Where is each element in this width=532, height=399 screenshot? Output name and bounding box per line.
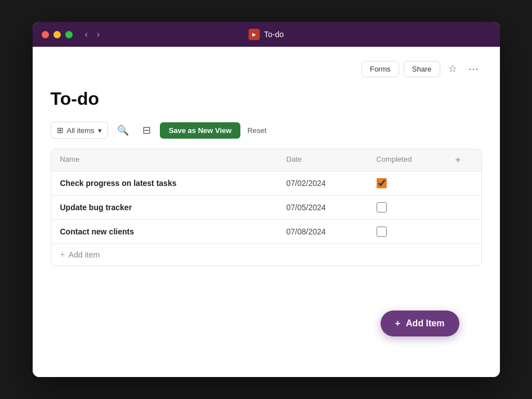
search-icon: 🔍: [117, 125, 129, 136]
titlebar-center: ▶ To-do: [248, 29, 284, 40]
page-title: To-do: [51, 88, 482, 109]
star-icon: ☆: [448, 63, 457, 74]
traffic-lights: [42, 31, 73, 38]
app-window: ‹ › ▶ To-do Forms Share ☆ ⋯ To-do: [33, 22, 500, 377]
main-area: To-do ⊞ All items ▾ 🔍 ⊟ Save as New View…: [51, 88, 482, 359]
fab-label: Add Item: [406, 318, 444, 329]
table-header: Name Date Completed +: [51, 149, 481, 171]
all-items-filter[interactable]: ⊞ All items ▾: [51, 122, 108, 139]
filter-bar: ⊞ All items ▾ 🔍 ⊟ Save as New View Reset: [51, 121, 482, 140]
forms-button[interactable]: Forms: [361, 61, 399, 77]
window-title: To-do: [264, 30, 284, 39]
star-button[interactable]: ☆: [445, 60, 461, 77]
table-row: Update bug tracker 07/05/2024: [51, 196, 481, 220]
add-column-button[interactable]: +: [455, 155, 461, 165]
folder-icon: ⊞: [57, 126, 64, 135]
row-checkbox-2[interactable]: [377, 202, 387, 212]
row-checkbox-1[interactable]: [377, 178, 387, 188]
col-header-date: Date: [287, 155, 377, 165]
forward-button[interactable]: ›: [93, 28, 103, 41]
row-name-3: Contact new clients: [60, 227, 287, 236]
back-button[interactable]: ‹: [82, 28, 91, 41]
close-button[interactable]: [42, 31, 49, 38]
nav-arrows: ‹ ›: [82, 28, 104, 41]
row-name-2: Update bug tracker: [60, 203, 287, 212]
table-row: Contact new clients 07/08/2024: [51, 220, 481, 244]
fab-plus-icon: +: [395, 318, 400, 329]
row-checkbox-3[interactable]: [377, 227, 387, 237]
chevron-down-icon: ▾: [98, 126, 102, 135]
all-items-label: All items: [67, 126, 95, 135]
top-toolbar: Forms Share ☆ ⋯: [51, 60, 482, 77]
minimize-button[interactable]: [53, 31, 61, 38]
titlebar: ‹ › ▶ To-do: [33, 22, 500, 47]
row-date-1: 07/02/2024: [287, 179, 377, 188]
row-name-1: Check progress on latest tasks: [60, 179, 287, 188]
filter-sliders-button[interactable]: ⊟: [138, 121, 155, 140]
table-row: Check progress on latest tasks 07/02/202…: [51, 171, 481, 196]
share-button[interactable]: Share: [404, 61, 440, 77]
more-icon: ⋯: [468, 63, 479, 74]
add-item-fab[interactable]: + Add Item: [381, 311, 459, 336]
add-item-plus-icon: +: [60, 250, 65, 260]
col-header-add: +: [444, 155, 472, 165]
content-area: Forms Share ☆ ⋯ To-do ⊞ All items ▾ 🔍: [33, 47, 500, 377]
row-date-3: 07/08/2024: [287, 227, 377, 236]
more-button[interactable]: ⋯: [465, 60, 482, 77]
add-item-label: Add item: [69, 250, 100, 259]
maximize-button[interactable]: [65, 31, 73, 38]
reset-button[interactable]: Reset: [245, 123, 269, 138]
col-header-name: Name: [60, 155, 287, 165]
save-new-view-button[interactable]: Save as New View: [160, 122, 241, 139]
add-item-row[interactable]: + Add item: [51, 244, 481, 265]
app-icon-label: ▶: [252, 32, 256, 37]
table: Name Date Completed + Check progress on …: [51, 149, 482, 266]
col-header-completed: Completed: [377, 155, 444, 165]
app-icon: ▶: [248, 29, 260, 40]
sliders-icon: ⊟: [142, 125, 151, 136]
search-button[interactable]: 🔍: [113, 121, 133, 140]
row-date-2: 07/05/2024: [287, 203, 377, 212]
